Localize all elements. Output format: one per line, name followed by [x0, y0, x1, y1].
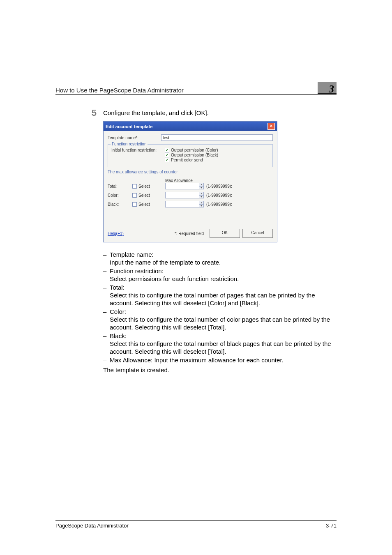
item-heading: Total: — [110, 284, 125, 291]
required-field-label: *: Required field — [175, 231, 204, 236]
max-allowance-grid: Max Allowance Total: Select ▲▼ — [108, 178, 273, 207]
range-label: (1-99999999): — [206, 193, 232, 198]
range-label: (1-99999999): — [206, 184, 232, 189]
perm-color-send: ✔ Permit color send — [165, 158, 269, 162]
select-label: Select — [138, 202, 150, 207]
list-item: –Template name: Input the name of the te… — [103, 251, 337, 266]
range-label: (1-99999999): — [206, 202, 232, 207]
checkbox-icon[interactable] — [132, 184, 137, 189]
page: How to Use the PageScope Data Administra… — [0, 0, 392, 555]
checkbox-icon[interactable]: ✔ — [165, 153, 169, 157]
step-row: 5 Configure the template, and click [OK]… — [80, 109, 337, 117]
step-text: Configure the template, and click [OK]. — [103, 109, 337, 117]
spinner-icon[interactable]: ▲▼ — [199, 192, 204, 198]
max-row-color: Color: Select ▲▼ (1-99999999): — [108, 192, 273, 198]
initial-restriction-label: Initial function restriction: — [111, 148, 165, 152]
max-allowance-heading: The max allowance settings of counter — [108, 170, 273, 174]
list-item: –Total: Select this to configure the tot… — [103, 283, 337, 307]
select-label: Select — [138, 193, 150, 198]
template-name-input[interactable] — [161, 134, 273, 141]
spinner-icon[interactable]: ▲▼ — [199, 201, 204, 207]
item-body: Select permissions for each function res… — [110, 275, 337, 283]
total-input[interactable] — [165, 183, 204, 189]
select-label: Select — [138, 184, 150, 189]
item-body: Select this to configure the total numbe… — [110, 315, 337, 331]
function-restriction-group-title: Function restriction — [111, 142, 148, 146]
help-link[interactable]: Help(F1) — [108, 231, 124, 236]
page-footer: PageScope Data Administrator 3-71 — [55, 520, 337, 529]
row-label: Total: — [108, 184, 132, 189]
description-list: –Template name: Input the name of the te… — [103, 251, 337, 364]
checkbox-icon[interactable] — [132, 193, 137, 198]
page-header: How to Use the PageScope Data Administra… — [55, 82, 337, 95]
item-body: Select this to configure the total numbe… — [110, 340, 337, 355]
spinner-icon[interactable]: ▲▼ — [199, 183, 204, 189]
footer-page-number: 3-71 — [326, 523, 337, 529]
checkbox-icon[interactable] — [132, 202, 137, 207]
max-allowance-header-row: Max Allowance — [108, 178, 273, 183]
ok-button[interactable]: OK — [210, 229, 240, 238]
perm-label: Output permission (Color) — [171, 148, 218, 152]
footer-title: PageScope Data Administrator — [55, 523, 326, 529]
row-label: Black: — [108, 202, 132, 207]
item-heading: Function restriction: — [110, 267, 164, 274]
item-heading: Template name: — [110, 251, 154, 258]
item-heading: Black: — [110, 332, 127, 339]
close-icon[interactable]: × — [267, 123, 275, 130]
final-paragraph: The template is created. — [103, 366, 337, 373]
step-number: 5 — [80, 109, 103, 117]
dialog-title: Edit account template — [106, 124, 267, 129]
perm-label: Permit color send — [171, 158, 203, 162]
initial-restriction-row: Initial function restriction: ✔ Output p… — [111, 148, 269, 163]
black-input[interactable] — [165, 201, 204, 207]
list-item: –Color: Select this to configure the tot… — [103, 308, 337, 331]
perm-output-color: ✔ Output permission (Color) — [165, 148, 269, 152]
perm-output-black: ✔ Output permission (Black) — [165, 153, 269, 157]
edit-account-template-dialog: Edit account template × Template name*: … — [103, 121, 277, 242]
chapter-badge: 3 — [318, 82, 337, 94]
checkbox-icon[interactable]: ✔ — [165, 148, 169, 152]
row-label: Color: — [108, 193, 132, 198]
template-name-label: Template name*: — [108, 136, 161, 140]
item-body: Select this to configure the total numbe… — [110, 291, 337, 307]
perm-label: Output permission (Black) — [171, 153, 218, 157]
cancel-button[interactable]: Cancel — [242, 229, 273, 238]
list-item: –Max Allowance: Input the maximum allowa… — [103, 356, 337, 364]
dialog-body: Template name*: Function restriction Ini… — [104, 131, 277, 242]
list-item: –Function restriction: Select permission… — [103, 267, 337, 283]
item-heading: Max Allowance: Input the maximum allowan… — [110, 357, 284, 364]
max-row-black: Black: Select ▲▼ (1-99999999): — [108, 201, 273, 207]
permission-list: ✔ Output permission (Color) ✔ Output per… — [165, 148, 269, 163]
color-input[interactable] — [165, 192, 204, 198]
checkbox-icon[interactable]: ✔ — [165, 158, 169, 162]
template-name-row: Template name*: — [108, 134, 273, 141]
function-restriction-group: Function restriction Initial function re… — [108, 144, 273, 167]
item-body: Input the name of the template to create… — [110, 258, 337, 266]
max-row-total: Total: Select ▲▼ (1-99999999): — [108, 183, 273, 189]
dialog-titlebar: Edit account template × — [104, 122, 277, 131]
list-item: –Black: Select this to configure the tot… — [103, 332, 337, 355]
header-title: How to Use the PageScope Data Administra… — [55, 87, 318, 94]
max-allowance-col-label: Max Allowance — [165, 178, 273, 183]
item-heading: Color: — [110, 308, 126, 315]
content-area: 5 Configure the template, and click [OK]… — [80, 109, 337, 373]
dialog-footer: Help(F1) *: Required field OK Cancel — [108, 229, 273, 238]
